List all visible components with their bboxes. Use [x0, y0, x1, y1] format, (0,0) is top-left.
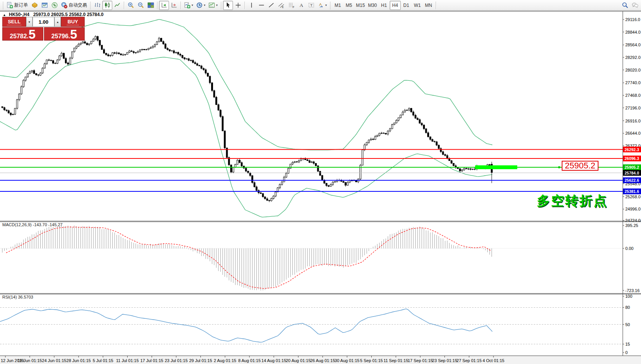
- chart-area[interactable]: 29116.028844.028564.028292.028020.027740…: [0, 11, 641, 364]
- button-label: D1: [403, 3, 409, 8]
- timeframe-m5[interactable]: M5: [343, 1, 354, 10]
- rsi-tick-label: 100: [625, 294, 632, 299]
- macd-tick-label: 0.00: [625, 246, 633, 251]
- timeframe-m15[interactable]: M15: [354, 1, 366, 10]
- toolbar-separator: [244, 2, 245, 9]
- price-callout[interactable]: 25905.2: [562, 161, 598, 171]
- indicators-icon: [184, 2, 190, 8]
- toolbar-grip: [2, 2, 4, 9]
- buy-button[interactable]: BUY: [61, 17, 85, 27]
- crosshair-button[interactable]: [233, 1, 243, 10]
- rsi-tick-label: 80: [625, 305, 630, 310]
- text-label-icon: T: [308, 2, 315, 8]
- bar-chart-button[interactable]: [92, 1, 102, 10]
- candlestick-button[interactable]: [102, 1, 112, 10]
- toolbar-grip: [90, 2, 91, 9]
- chart-window-button[interactable]: [39, 1, 49, 10]
- price-tag-label: 25381.6: [625, 189, 639, 194]
- market-watch-button[interactable]: [30, 1, 39, 10]
- button-label: M30: [368, 3, 377, 8]
- time-tick-label: 30 Aug 01:15: [334, 358, 359, 363]
- time-tick-label: 11 Jul 01:15: [116, 358, 139, 363]
- highlight-bar[interactable]: [475, 165, 517, 169]
- text-label-button[interactable]: T: [306, 1, 316, 10]
- svg-text:T: T: [310, 3, 312, 7]
- price-tick-label: 27196.0: [625, 106, 641, 110]
- dropdown-caret-icon: ▾: [216, 3, 218, 7]
- price-tick-label: 28292.0: [625, 55, 641, 60]
- autotrading-button[interactable]: 自动交易: [59, 1, 89, 10]
- timeframe-mn[interactable]: MN: [423, 1, 434, 10]
- text-icon: A: [298, 2, 305, 8]
- signal-icon: [51, 2, 58, 8]
- time-tick-label: 29 Jul 01:15: [189, 358, 212, 363]
- text-button[interactable]: A: [296, 1, 306, 10]
- time-tick-label: 18 Jun 01:15: [18, 358, 42, 363]
- fibonacci-icon: F: [288, 2, 295, 8]
- macd-indicator-label: MACD(12,26,9) -143.70 -145.27: [2, 222, 62, 227]
- chart-window-icon: [41, 2, 48, 8]
- chart-title-bar: ▲ HK50-,H4 25973.0 26025.5 25562.0 25784…: [3, 12, 103, 17]
- rsi-indicator-label: RSI(14) 36.5703: [2, 295, 33, 299]
- fibonacci-button[interactable]: F: [286, 1, 296, 10]
- time-tick-label: 23 Jul 01:15: [165, 358, 188, 363]
- channel-button[interactable]: E: [276, 1, 286, 10]
- chart-window: 29116.028844.028564.028292.028020.027740…: [0, 11, 641, 364]
- timeframe-m30[interactable]: M30: [366, 1, 378, 10]
- buy-price-panel[interactable]: 25796.5: [44, 27, 85, 41]
- search-button[interactable]: [620, 1, 630, 10]
- volume-input[interactable]: [33, 17, 54, 27]
- sell-price-main: 25782: [10, 33, 27, 40]
- cursor-button[interactable]: [223, 1, 233, 10]
- channel-icon: E: [278, 2, 285, 8]
- volume-up-button[interactable]: ▲: [54, 17, 61, 27]
- one-click-trading-panel: SELL ▼ ▲ BUY 25782.5 25796.5: [2, 17, 85, 41]
- time-tick-label: 4 Oct 01:15: [483, 358, 505, 363]
- arrows-button[interactable]: ▾: [316, 1, 328, 10]
- indicators-button[interactable]: ▾: [182, 1, 195, 10]
- time-tick-label: 8 Aug 01:15: [238, 358, 261, 363]
- price-tag-label: 26292.3: [625, 147, 639, 152]
- zoom-in-button[interactable]: [126, 1, 136, 10]
- sell-button[interactable]: SELL: [2, 17, 26, 27]
- volume-down-button[interactable]: ▼: [26, 17, 33, 27]
- periods-button[interactable]: ▾: [195, 1, 207, 10]
- horizontal-line-button[interactable]: [256, 1, 266, 10]
- symbol-period-label: HK50-,H4: [9, 12, 29, 17]
- chat-icon: [632, 2, 638, 8]
- vertical-line-button[interactable]: [246, 1, 256, 10]
- tile-windows-icon: [148, 2, 154, 8]
- line-chart-button[interactable]: [112, 1, 122, 10]
- zoom-out-icon: [138, 2, 144, 8]
- timeframe-w1[interactable]: W1: [412, 1, 423, 10]
- zoom-out-button[interactable]: [136, 1, 146, 10]
- search-icon: [622, 2, 628, 8]
- sell-price-panel[interactable]: 25782.5: [2, 27, 43, 41]
- auto-scroll-button[interactable]: [159, 1, 169, 10]
- dropdown-caret-icon: ▾: [325, 3, 327, 7]
- dropdown-caret-icon: ▾: [204, 3, 205, 7]
- button-label: W1: [414, 3, 421, 8]
- candlestick-icon: [104, 2, 111, 8]
- time-tick-label: 27 Sep 01:15: [457, 358, 482, 363]
- timeframe-h4[interactable]: H4: [390, 1, 401, 10]
- chat-button[interactable]: [630, 1, 640, 10]
- price-tick-label: 28844.0: [625, 30, 641, 34]
- timeframe-m1[interactable]: M1: [332, 1, 343, 10]
- timeframe-d1[interactable]: D1: [401, 1, 412, 10]
- market-watch-icon: [31, 2, 38, 8]
- annotation-text[interactable]: 多空转折点: [537, 192, 608, 210]
- timeframe-h1[interactable]: H1: [379, 1, 390, 10]
- button-label: MN: [425, 3, 432, 8]
- new-order-button[interactable]: 新订单: [5, 1, 30, 10]
- rsi-tick-label: 0: [625, 350, 628, 355]
- price-tick-label: 29116.0: [625, 17, 640, 22]
- trendline-button[interactable]: [266, 1, 276, 10]
- chart-shift-button[interactable]: [169, 1, 179, 10]
- price-tick-label: 28564.0: [625, 42, 641, 47]
- button-label: M1: [334, 3, 341, 8]
- templates-button[interactable]: ▾: [207, 1, 219, 10]
- time-tick-label: 26 Aug 01:15: [310, 358, 335, 363]
- tile-windows-button[interactable]: [146, 1, 156, 10]
- signal-button[interactable]: [49, 1, 59, 10]
